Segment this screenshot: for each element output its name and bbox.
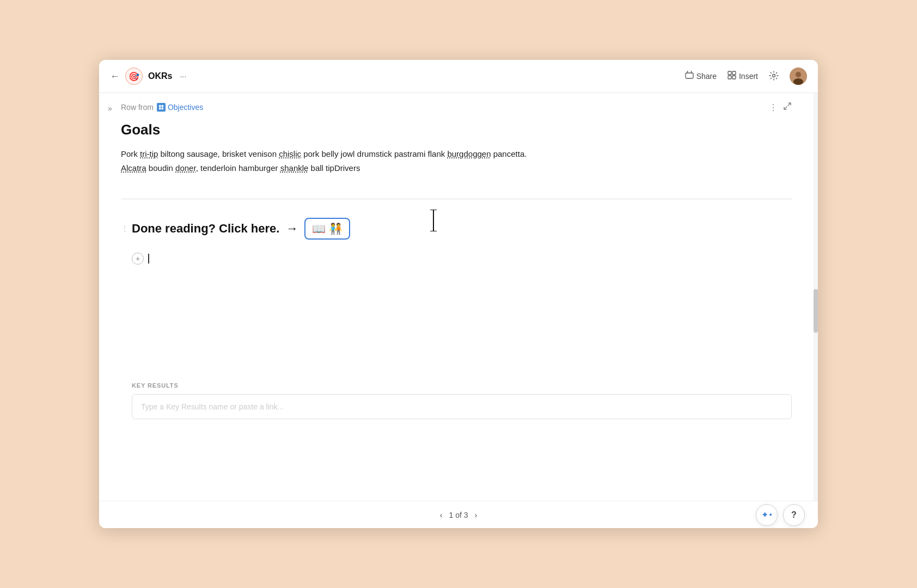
database-icon: [157, 103, 166, 112]
pagination: ‹ 1 of 3 ›: [440, 511, 477, 519]
settings-icon: [769, 71, 779, 82]
svg-rect-4: [732, 76, 736, 79]
key-results-placeholder-text: Type a Key Results name or paste a link.…: [141, 402, 284, 411]
svg-rect-1: [728, 71, 731, 75]
breadcrumb-db-name: Objectives: [168, 103, 203, 112]
expand-button[interactable]: [783, 102, 792, 113]
prev-icon: ‹: [440, 511, 443, 519]
next-page-button[interactable]: ›: [475, 511, 478, 519]
expand-icon: [783, 103, 792, 112]
word-tri-tip: tri-tip: [140, 149, 158, 158]
ai-sparkle-button[interactable]: ✦ ✦: [756, 504, 778, 526]
app-icon: 🎯: [125, 68, 143, 85]
cta-action-button[interactable]: 📖 🧑‍🤝‍🧑: [304, 218, 350, 240]
insert-button[interactable]: Insert: [728, 71, 758, 82]
svg-point-5: [773, 74, 775, 77]
page-indicator: 1 of 3: [449, 511, 468, 519]
svg-rect-12: [161, 108, 163, 110]
word-doner: doner: [175, 163, 196, 173]
sparkle-icon: ✦: [761, 510, 768, 520]
breadcrumb-db-link[interactable]: Objectives: [157, 103, 203, 112]
key-results-label: KEY RESULTS: [132, 382, 792, 389]
document-body: Pork tri-tip biltong sausage, brisket ve…: [121, 147, 792, 175]
svg-rect-0: [686, 73, 693, 78]
app-icon-emoji: 🎯: [129, 71, 139, 82]
word-burgdoggen: burgdoggen: [447, 149, 491, 158]
breadcrumb-actions: ⋮: [769, 102, 792, 113]
word-alcatra: Alcatra: [121, 163, 146, 173]
scrollbar-track[interactable]: [814, 93, 818, 501]
cta-arrow: →: [286, 222, 298, 236]
word-shankle: shankle: [280, 163, 309, 173]
back-button[interactable]: ←: [110, 71, 120, 82]
svg-rect-11: [159, 108, 161, 110]
sparkle-icon-2: ✦: [768, 512, 773, 518]
cta-block: ⋮ Done reading? Click here. → 📖 🧑‍🤝‍🧑: [132, 212, 792, 245]
svg-rect-2: [732, 71, 736, 75]
vertical-dots-icon: ⋮: [769, 103, 778, 112]
add-block-button[interactable]: +: [132, 253, 144, 265]
content-wrapper: » Row from: [99, 93, 818, 501]
share-label: Share: [696, 72, 717, 81]
svg-point-7: [796, 72, 801, 77]
document-title: Goals: [121, 121, 792, 138]
help-button[interactable]: ?: [783, 504, 805, 526]
cta-emoji2: 🧑‍🤝‍🧑: [329, 222, 343, 235]
titlebar-left: ← 🎯 OKRs ···: [110, 68, 186, 85]
sidebar-toggle-button[interactable]: »: [108, 104, 112, 113]
cta-text: Done reading? Click here.: [132, 222, 279, 236]
more-options-button[interactable]: ⋮: [769, 102, 778, 113]
pagination-bar: ‹ 1 of 3 › ✦ ✦ ?: [99, 501, 818, 528]
insert-icon: [728, 71, 736, 82]
cta-emoji: 📖: [312, 222, 326, 235]
main-content: Row from Objectives: [121, 93, 814, 501]
row-from-label: Row from: [121, 103, 154, 112]
svg-point-8: [793, 78, 803, 85]
key-results-section: KEY RESULTS Type a Key Results name or p…: [132, 377, 792, 419]
titlebar: ← 🎯 OKRs ··· Share: [99, 60, 818, 93]
drag-handle-icon: ⋮: [121, 224, 129, 233]
word-chislic: chislic: [279, 149, 301, 158]
share-button[interactable]: Share: [685, 71, 717, 82]
section-divider: [121, 199, 792, 199]
svg-rect-10: [161, 105, 163, 107]
svg-rect-3: [728, 76, 731, 79]
add-block-row: +: [132, 249, 792, 268]
scrollbar-thumb: [814, 289, 818, 333]
settings-button[interactable]: [769, 71, 779, 82]
breadcrumb-left: Row from Objectives: [121, 103, 203, 112]
more-button[interactable]: ···: [180, 72, 186, 81]
svg-rect-9: [159, 105, 161, 107]
app-title: OKRs: [148, 71, 172, 81]
insert-label: Insert: [739, 72, 758, 81]
breadcrumb: Row from Objectives: [121, 93, 792, 121]
floating-buttons: ✦ ✦ ?: [756, 504, 805, 526]
avatar[interactable]: [790, 68, 807, 85]
help-icon: ?: [791, 510, 797, 520]
app-window: ← 🎯 OKRs ··· Share: [99, 60, 818, 528]
titlebar-right: Share Insert: [685, 68, 807, 85]
sidebar-toggle-area: »: [99, 93, 121, 501]
text-cursor-indicator: [429, 210, 438, 234]
prev-page-button[interactable]: ‹: [440, 511, 443, 519]
document-section: Goals Pork tri-tip biltong sausage, bris…: [121, 121, 792, 186]
next-icon: ›: [475, 511, 478, 519]
back-icon: ←: [110, 71, 120, 82]
text-input-cursor: [148, 254, 149, 264]
chevron-right-icon: »: [108, 104, 112, 113]
key-results-input[interactable]: Type a Key Results name or paste a link.…: [132, 394, 792, 419]
share-icon: [685, 71, 694, 82]
